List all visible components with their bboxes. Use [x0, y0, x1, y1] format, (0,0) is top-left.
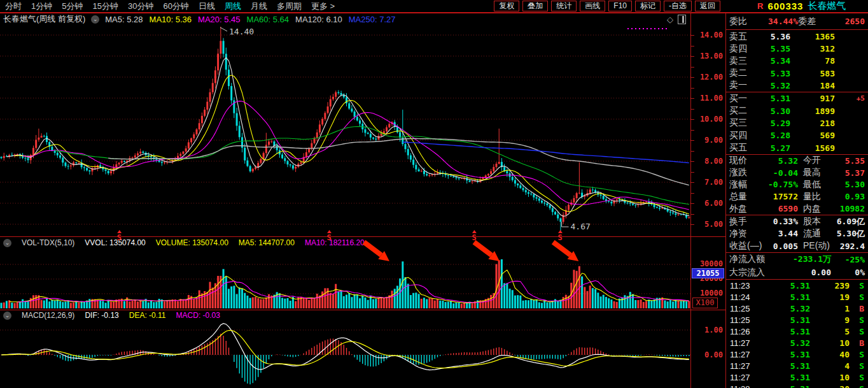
- macd-chart[interactable]: [0, 320, 690, 388]
- volume-chart[interactable]: [0, 248, 690, 310]
- tick-volume: 20: [810, 384, 850, 388]
- axis-tick: [691, 193, 694, 194]
- price-axis-label: 12.00: [692, 73, 723, 82]
- tick-price: 5.31: [757, 373, 810, 382]
- tick-price: 5.31: [757, 384, 810, 388]
- tick-price: 5.32: [757, 304, 810, 313]
- info-value: 5.32: [757, 156, 798, 166]
- period-60分钟[interactable]: 60分钟: [163, 1, 188, 12]
- period-多周期[interactable]: 多周期: [277, 1, 302, 12]
- period-15分钟[interactable]: 15分钟: [92, 1, 118, 12]
- info-value: 5.30: [829, 180, 865, 189]
- collapse-icon[interactable]: ⌄: [3, 312, 11, 320]
- info-value: 3.44: [769, 229, 798, 238]
- buy-level-row[interactable]: 买二5.301899: [726, 104, 868, 117]
- info-row: 总量17572量比0.93: [726, 190, 868, 203]
- tick-time: 11:27: [730, 350, 757, 359]
- main-price-chart[interactable]: [0, 25, 690, 236]
- period-更多 >[interactable]: 更多 >: [311, 1, 335, 12]
- tick-row: 11:275.314S: [726, 360, 868, 371]
- flow-value: -233.1万: [779, 254, 831, 265]
- sell-level-row[interactable]: 卖五5.361365: [726, 31, 868, 43]
- tick-price: 5.32: [757, 338, 810, 348]
- level-extra: +5: [835, 94, 865, 103]
- period-30分钟[interactable]: 30分钟: [128, 1, 153, 12]
- period-周线[interactable]: 周线: [225, 1, 241, 12]
- buy-level-row[interactable]: 买五5.271569: [726, 142, 868, 154]
- axis-tick: [691, 77, 694, 78]
- toolbar: 复权叠加统计画线F10标记-自选返回: [494, 1, 725, 11]
- tool-叠加[interactable]: 叠加: [522, 1, 548, 11]
- ma-label: MA120: 6.10: [295, 15, 342, 24]
- axis-tick: [691, 35, 694, 36]
- macd-header-label: MACD: -0.03: [176, 311, 220, 320]
- weibi-row: 委比34.44%委差2650: [726, 13, 868, 30]
- info-row: 现价5.32今开5.35: [726, 155, 868, 167]
- tick-volume: 40: [810, 350, 850, 359]
- buy-level-row[interactable]: 买三5.29218: [726, 117, 868, 129]
- tick-list[interactable]: 11:235.31239S11:245.3119S11:255.321B11:2…: [726, 280, 868, 388]
- info-value: 0.33%: [769, 217, 798, 226]
- tick-flag: S: [850, 315, 864, 325]
- level-price: 5.29: [752, 119, 790, 128]
- period-月线[interactable]: 月线: [251, 1, 267, 12]
- level-label: 买三: [729, 117, 752, 129]
- tool-复权[interactable]: 复权: [494, 1, 519, 11]
- tool--自选[interactable]: -自选: [664, 1, 692, 11]
- ma-legend: MA5: 5.28MA10: 5.36MA20: 5.45MA60: 5.64M…: [105, 15, 402, 24]
- level-price: 5.34: [752, 56, 790, 66]
- tick-time: 11:24: [730, 292, 757, 302]
- sell-level-row[interactable]: 卖一5.32184: [726, 80, 868, 92]
- tool-返回[interactable]: 返回: [695, 1, 720, 11]
- buy-level-row[interactable]: 买一5.31917+5: [726, 92, 868, 104]
- ma-label: MA60: 5.64: [247, 15, 290, 24]
- stock-code: 600333: [767, 1, 803, 11]
- chart-title: 长春燃气(周线 前复权): [3, 13, 85, 25]
- macd-header-label: DIF: -0.13: [85, 311, 118, 320]
- sell-level-row[interactable]: 卖四5.35312: [726, 43, 868, 55]
- sell-level-row[interactable]: 卖三5.3478: [726, 55, 868, 67]
- level-label: 买二: [729, 105, 752, 117]
- tool-标记[interactable]: 标记: [635, 1, 661, 11]
- info-value: 0.005: [769, 241, 798, 251]
- collapse-icon[interactable]: ⌄: [3, 239, 11, 247]
- info-label: 今开: [798, 155, 829, 166]
- weicha-value: 2650: [826, 17, 865, 26]
- price-axis-label: 7.00: [692, 178, 723, 187]
- tick-row: 11:285.3120S: [726, 383, 868, 388]
- tick-flag: S: [850, 384, 864, 388]
- axis-tick: [691, 203, 694, 204]
- tool-画线[interactable]: 画线: [580, 1, 605, 11]
- tick-volume: 239: [810, 281, 850, 291]
- period-分时[interactable]: 分时: [5, 1, 22, 12]
- period-5分钟[interactable]: 5分钟: [62, 1, 83, 12]
- level-volume: 312: [790, 44, 835, 54]
- info-label: 涨幅: [729, 179, 757, 190]
- tick-flag: S: [850, 361, 864, 371]
- buy-level-row[interactable]: 买四5.28569: [726, 129, 868, 141]
- tool-统计[interactable]: 统计: [551, 1, 577, 11]
- price-axis-label: 9.00: [692, 136, 723, 145]
- period-日线[interactable]: 日线: [199, 1, 215, 12]
- axis-tick: [691, 119, 694, 120]
- level-volume: 583: [790, 69, 835, 78]
- tick-volume: 5: [810, 327, 850, 336]
- level-volume: 1899: [790, 106, 835, 116]
- page-icon[interactable]: [678, 15, 686, 24]
- level-label: 买一: [729, 93, 752, 104]
- flow-row: 净流入额-233.1万-25%: [726, 253, 868, 266]
- period-1分钟[interactable]: 1分钟: [31, 1, 52, 12]
- vol-header-label: VOLUME: 135074.00: [156, 238, 228, 247]
- buy-queue: 买一5.31917+5买二5.301899买三5.29218买四5.28569买…: [726, 92, 868, 155]
- info-label: 净资: [729, 228, 769, 240]
- tick-volume: 10: [810, 373, 850, 382]
- sell-level-row[interactable]: 卖二5.33583: [726, 68, 868, 80]
- info-value: 5.30亿: [829, 228, 865, 240]
- tool-F10[interactable]: F10: [608, 1, 632, 11]
- tick-volume: 10: [810, 338, 850, 348]
- diamond-icon[interactable]: ◇: [667, 15, 673, 24]
- tick-row: 11:275.3140S: [726, 348, 868, 360]
- info-value: 10982: [829, 204, 865, 213]
- info-value: 0.93: [829, 192, 865, 201]
- collapse-icon[interactable]: ⌄: [91, 15, 99, 24]
